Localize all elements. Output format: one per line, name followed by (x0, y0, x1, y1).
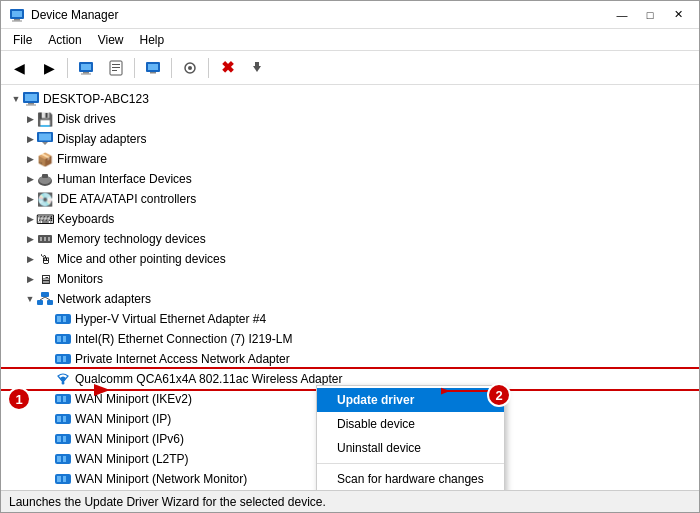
properties-button[interactable] (102, 55, 130, 81)
minimize-button[interactable]: — (609, 5, 635, 25)
separator-2 (134, 58, 135, 78)
svg-rect-45 (57, 356, 61, 362)
tree-item-memory-tech[interactable]: ▶ Memory technology devices (1, 229, 699, 249)
svg-rect-34 (37, 300, 43, 305)
monitor-icon: 🖥 (37, 271, 53, 287)
svg-rect-56 (63, 436, 66, 442)
menu-file[interactable]: File (5, 31, 40, 49)
show-hidden-button[interactable] (176, 55, 204, 81)
net-adapter-icon (55, 351, 71, 367)
svg-rect-40 (63, 316, 66, 322)
separator-1 (67, 58, 68, 78)
context-menu: Update driver Disable device Uninstall d… (316, 385, 505, 490)
tree-item-mice[interactable]: ▶ 🖱 Mice and other pointing devices (1, 249, 699, 269)
tree-item-firmware[interactable]: ▶ 📦 Firmware (1, 149, 699, 169)
svg-rect-30 (40, 237, 42, 241)
svg-point-47 (62, 382, 65, 385)
menu-bar: File Action View Help (1, 29, 699, 51)
svg-rect-49 (57, 396, 61, 402)
svg-rect-13 (148, 64, 158, 70)
svg-rect-1 (12, 11, 22, 17)
svg-rect-33 (41, 292, 49, 297)
separator-3 (171, 58, 172, 78)
tree-item-keyboards[interactable]: ▶ ⌨ Keyboards (1, 209, 699, 229)
svg-rect-2 (14, 19, 20, 21)
callout-2: 2 (487, 383, 511, 407)
svg-rect-28 (42, 174, 48, 178)
back-button[interactable]: ◀ (5, 55, 33, 81)
svg-rect-10 (112, 67, 120, 68)
window-icon (9, 7, 25, 23)
context-menu-disable-device[interactable]: Disable device (317, 412, 504, 436)
svg-line-36 (40, 297, 45, 300)
menu-view[interactable]: View (90, 31, 132, 49)
status-bar: Launches the Update Driver Wizard for th… (1, 490, 699, 512)
content-area: ▼ DESKTOP-ABC123 ▶ 💾 Disk drives (1, 85, 699, 490)
expand-icon: ▶ (23, 134, 37, 144)
menu-help[interactable]: Help (132, 31, 173, 49)
svg-rect-5 (81, 64, 91, 70)
expand-icon: ▼ (23, 294, 37, 304)
svg-rect-35 (47, 300, 53, 305)
separator-4 (208, 58, 209, 78)
svg-rect-32 (48, 237, 50, 241)
net-adapter-icon (55, 331, 71, 347)
toolbar: ◀ ▶ (1, 51, 699, 85)
tree-item-monitors[interactable]: ▶ 🖥 Monitors (1, 269, 699, 289)
wan-icon (55, 391, 71, 407)
tree-item-disk-drives[interactable]: ▶ 💾 Disk drives (1, 109, 699, 129)
expand-icon: ▶ (23, 154, 37, 164)
expand-icon: ▶ (23, 174, 37, 184)
expand-icon: ▶ (23, 234, 37, 244)
tree-item-human-interface[interactable]: ▶ Human Interface Devices (1, 169, 699, 189)
disk-icon: 💾 (37, 111, 53, 127)
scan-button[interactable] (243, 55, 271, 81)
ide-icon: 💽 (37, 191, 53, 207)
svg-rect-18 (255, 62, 259, 67)
svg-rect-31 (44, 237, 46, 241)
wan-icon (55, 451, 71, 467)
net-adapter-icon (55, 311, 71, 327)
expand-icon: ▶ (23, 254, 37, 264)
menu-action[interactable]: Action (40, 31, 89, 49)
svg-rect-14 (150, 72, 156, 74)
svg-rect-50 (63, 396, 66, 402)
tree-item-network-adapters[interactable]: ▼ Network adapters (1, 289, 699, 309)
keyboard-icon: ⌨ (37, 211, 53, 227)
computer-icon-button[interactable] (72, 55, 100, 81)
expand-icon: ▶ (23, 114, 37, 124)
svg-rect-39 (57, 316, 61, 322)
svg-rect-46 (63, 356, 66, 362)
expand-icon: ▼ (9, 94, 23, 104)
callout-1: 1 (7, 387, 31, 411)
context-menu-uninstall-device[interactable]: Uninstall device (317, 436, 504, 460)
tree-item-intel-ethernet[interactable]: Intel(R) Ethernet Connection (7) I219-LM (1, 329, 699, 349)
svg-rect-3 (12, 20, 22, 21)
svg-rect-53 (63, 416, 66, 422)
svg-rect-6 (83, 72, 89, 74)
display-icon (37, 131, 53, 147)
title-bar-left: Device Manager (9, 7, 118, 23)
tree-item-display-adapters[interactable]: ▶ Display adapters (1, 129, 699, 149)
svg-point-16 (188, 66, 192, 70)
wireless-icon (55, 371, 71, 387)
context-menu-update-driver[interactable]: Update driver (317, 388, 504, 412)
context-menu-scan[interactable]: Scan for hardware changes (317, 467, 504, 490)
root-label: DESKTOP-ABC123 (43, 92, 149, 106)
tree-root[interactable]: ▼ DESKTOP-ABC123 (1, 89, 699, 109)
maximize-button[interactable]: □ (637, 5, 663, 25)
svg-rect-20 (25, 94, 37, 101)
close-button[interactable]: ✕ (665, 5, 691, 25)
display-button[interactable] (139, 55, 167, 81)
svg-rect-59 (63, 456, 66, 462)
svg-rect-55 (57, 436, 61, 442)
remove-button[interactable]: ✖ (213, 55, 241, 81)
svg-rect-24 (39, 134, 51, 141)
tree-item-private-internet[interactable]: Private Internet Access Network Adapter (1, 349, 699, 369)
svg-rect-9 (112, 64, 120, 65)
tree-item-ide[interactable]: ▶ 💽 IDE ATA/ATAPI controllers (1, 189, 699, 209)
hid-icon (37, 171, 53, 187)
title-bar: Device Manager — □ ✕ (1, 1, 699, 29)
tree-item-hyper-v[interactable]: Hyper-V Virtual Ethernet Adapter #4 (1, 309, 699, 329)
forward-button[interactable]: ▶ (35, 55, 63, 81)
